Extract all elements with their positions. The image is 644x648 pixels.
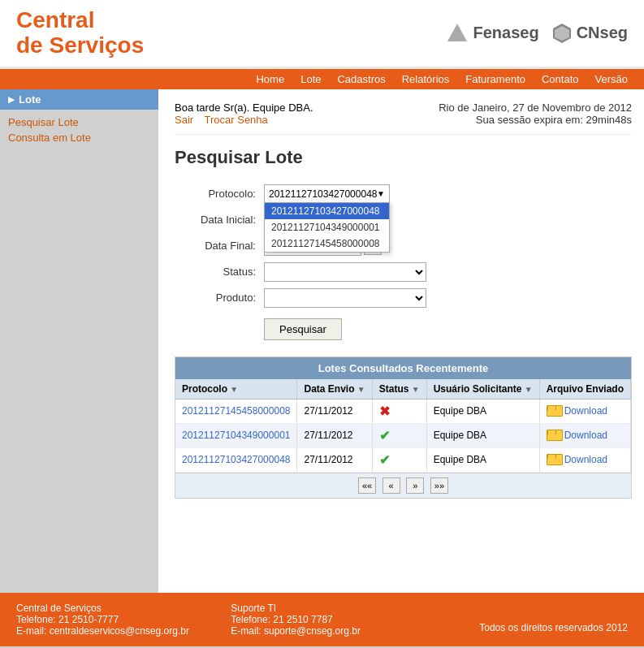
produto-select[interactable] bbox=[264, 288, 426, 308]
produto-label: Produto: bbox=[175, 292, 256, 304]
status-select[interactable] bbox=[264, 262, 426, 282]
pagination-first[interactable]: «« bbox=[358, 477, 376, 494]
footer-col1: Central de Serviços Telefone: 21 2510-77… bbox=[16, 603, 198, 637]
greeting-text: Boa tarde Sr(a). Equipe DBA. bbox=[175, 102, 313, 114]
protocolo-link-1[interactable]: 20121127104349000001 bbox=[182, 430, 290, 441]
footer-col2-line1: Suporte TI bbox=[231, 603, 413, 614]
status-label: Status: bbox=[175, 266, 256, 278]
col-status[interactable]: Status ▼ bbox=[372, 379, 426, 400]
trocar-senha-link[interactable]: Trocar Senha bbox=[205, 114, 268, 126]
download-cell-2: Download bbox=[547, 454, 624, 465]
download-cell-1: Download bbox=[547, 430, 624, 441]
date-text: Rio de Janeiro, 27 de Novembro de 2012 bbox=[439, 102, 632, 114]
fenaseg-logo: Fenaseg bbox=[446, 22, 538, 45]
sidebar-item-consulta-lote[interactable]: Consulta em Lote bbox=[8, 132, 150, 144]
download-link-1[interactable]: Download bbox=[564, 430, 607, 441]
protocolo-link-0[interactable]: 20121127145458000008 bbox=[182, 405, 290, 417]
footer-col2-line2: Telefone: 21 2510 7787 bbox=[231, 614, 413, 625]
protocolo-select[interactable]: 20121127103427000048 ▼ bbox=[264, 184, 390, 204]
sidebar-item-pesquisar-lote[interactable]: Pesquisar Lote bbox=[8, 116, 150, 128]
nav-relatorios[interactable]: Relatórios bbox=[402, 73, 450, 85]
protocolo-label: Protocolo: bbox=[175, 188, 256, 200]
dropdown-item-0[interactable]: 20121127103427000048 bbox=[265, 203, 389, 219]
folder-icon-0 bbox=[547, 405, 561, 417]
session-text: Sua sessão expira em: 29min48s bbox=[439, 114, 632, 126]
pagination-last[interactable]: »» bbox=[430, 477, 448, 494]
data-envio-2: 27/11/2012 bbox=[297, 447, 372, 472]
col-usuario[interactable]: Usuário Solicitante ▼ bbox=[426, 379, 539, 400]
sidebar-arrow-icon: ▶ bbox=[8, 95, 15, 104]
usuario-1: Equipe DBA bbox=[426, 423, 539, 447]
data-inicial-label: Data Inicial: bbox=[175, 214, 256, 226]
nav-versao[interactable]: Versão bbox=[595, 73, 628, 85]
data-envio-0: 27/11/2012 bbox=[297, 399, 372, 423]
cnseg-logo: CNseg bbox=[551, 23, 628, 44]
nav-lote[interactable]: Lote bbox=[300, 73, 321, 85]
protocolo-dropdown-wrapper: 20121127103427000048 ▼ 20121127103427000… bbox=[264, 184, 390, 204]
folder-icon-1 bbox=[547, 430, 561, 441]
footer-col2: Suporte TI Telefone: 21 2510 7787 E-mail… bbox=[231, 603, 413, 637]
pagination: «« « » »» bbox=[175, 473, 631, 498]
logo: Central de Serviços bbox=[16, 8, 144, 58]
results-table: Protocolo ▼ Data Envio ▼ Status ▼ Usuári… bbox=[175, 379, 631, 473]
footer-rights: Todos os direitos reservados 2012 bbox=[446, 603, 628, 637]
col-data-envio[interactable]: Data Envio ▼ bbox=[297, 379, 372, 400]
results-table-section: Lotes Consultados Recentemente Protocolo… bbox=[175, 356, 632, 499]
usuario-0: Equipe DBA bbox=[426, 399, 539, 423]
nav-faturamento[interactable]: Faturamento bbox=[465, 73, 525, 85]
status-icon-1: ✔ bbox=[379, 429, 390, 443]
table-row: 20121127145458000008 27/11/2012 ✖ Equipe… bbox=[175, 399, 630, 423]
download-cell-0: Download bbox=[547, 405, 624, 417]
status-icon-2: ✔ bbox=[379, 453, 390, 467]
footer-col1-line3: E-mail: centraldeservicos@cnseg.org.br bbox=[16, 625, 198, 637]
footer-col2-line3: E-mail: suporte@cnseg.org.br bbox=[231, 625, 413, 637]
protocolo-dropdown-arrow: ▼ bbox=[377, 189, 385, 198]
protocolo-selected-value: 20121127103427000048 bbox=[269, 188, 377, 200]
nav-contato[interactable]: Contato bbox=[542, 73, 579, 85]
footer-col1-line1: Central de Serviços bbox=[16, 603, 198, 614]
nav-home[interactable]: Home bbox=[256, 73, 284, 85]
dropdown-item-2[interactable]: 20121127145458000008 bbox=[265, 235, 389, 252]
search-form: Protocolo: 20121127103427000048 ▼ 201211… bbox=[175, 184, 632, 340]
page-title: Pesquisar Lote bbox=[175, 147, 632, 168]
status-icon-0: ✖ bbox=[379, 404, 390, 418]
footer: Central de Serviços Telefone: 21 2510-77… bbox=[0, 593, 644, 646]
col-arquivo: Arquivo Enviado bbox=[539, 379, 630, 400]
download-link-2[interactable]: Download bbox=[564, 454, 607, 465]
protocolo-dropdown-list: 20121127103427000048 2012112710434900000… bbox=[264, 202, 390, 253]
table-row: 20121127104349000001 27/11/2012 ✔ Equipe… bbox=[175, 423, 630, 447]
download-link-0[interactable]: Download bbox=[564, 405, 607, 417]
data-envio-1: 27/11/2012 bbox=[297, 423, 372, 447]
sidebar-section-label: Lote bbox=[19, 93, 41, 106]
table-title: Lotes Consultados Recentemente bbox=[175, 357, 631, 379]
usuario-2: Equipe DBA bbox=[426, 447, 539, 472]
sidebar-section-lote: ▶ Lote bbox=[0, 89, 158, 110]
footer-rights-text: Todos os direitos reservados 2012 bbox=[446, 622, 628, 633]
pagination-next[interactable]: » bbox=[406, 477, 424, 494]
pagination-prev[interactable]: « bbox=[383, 477, 400, 494]
col-protocolo[interactable]: Protocolo ▼ bbox=[175, 379, 297, 400]
sair-link[interactable]: Sair bbox=[175, 114, 193, 126]
nav-bar: Home Lote Cadastros Relatórios Faturamen… bbox=[0, 69, 644, 89]
nav-cadastros[interactable]: Cadastros bbox=[337, 73, 385, 85]
footer-col1-line2: Telefone: 21 2510-7777 bbox=[16, 614, 198, 625]
folder-icon-2 bbox=[547, 454, 561, 465]
data-final-label: Data Final: bbox=[175, 240, 256, 252]
dropdown-item-1[interactable]: 20121127104349000001 bbox=[265, 219, 389, 235]
table-row: 20121127103427000048 27/11/2012 ✔ Equipe… bbox=[175, 447, 630, 472]
search-button[interactable]: Pesquisar bbox=[264, 318, 342, 340]
protocolo-link-2[interactable]: 20121127103427000048 bbox=[182, 454, 290, 465]
